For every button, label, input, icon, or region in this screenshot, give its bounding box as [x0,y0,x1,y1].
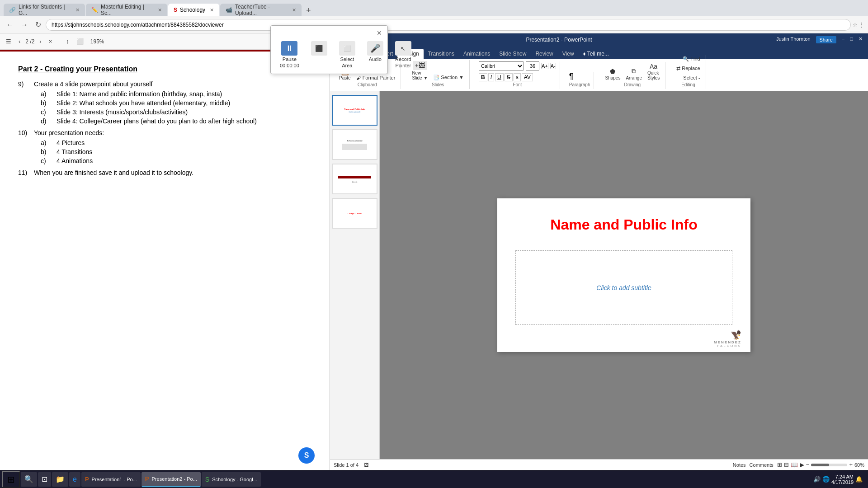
underline-button[interactable]: U [495,73,504,81]
view-normal-icon[interactable]: ⊞ [777,461,782,468]
section-icon: 📑 Section ▼ [433,75,464,80]
slide-area: 1 Name and Public Info Click to add subt… [330,91,868,459]
taskbar-task-view[interactable]: ⊡ [38,472,51,487]
zoom-in-button[interactable]: + [849,461,853,468]
new-slide-icon: +🖼 [413,61,427,70]
close-ppt-button[interactable]: ✕ [859,36,863,43]
taskbar-ppt2[interactable]: P Presentation2 - Po... [142,472,201,487]
font-family-select[interactable]: Calibri [479,61,524,70]
logo-subtitle: FALCONS [717,344,741,347]
forward-button[interactable]: → [18,20,31,30]
select-area-label2: Area [342,63,352,68]
slide-canvas[interactable]: Name and Public Info Click to add subtit… [497,198,750,352]
tab-slideshow[interactable]: Slide Show [495,49,531,59]
taskbar-ppt1[interactable]: P Presentation1 - Po... [81,472,141,487]
strikethrough-button[interactable]: S̶ [505,73,513,81]
tab-animations[interactable]: Animations [459,49,495,59]
shapes-button[interactable]: ⬟ Shapes [603,67,622,81]
tab-review[interactable]: Review [531,49,557,59]
maximize-button[interactable]: □ [850,36,853,43]
font-size-input[interactable] [526,61,539,70]
font-size-inc[interactable]: A+ [541,63,548,69]
record-time: 00:00:00 [280,63,299,68]
slide-thumb-1[interactable]: Name and Public Info Click to add subtit… [332,95,377,126]
italic-button[interactable]: I [488,73,494,81]
tab-teachertube[interactable]: 📹 TeacherTube - Upload... ✕ [220,4,302,16]
record-pointer-button[interactable]: ↖ Record Pointer [392,39,415,70]
tab-transitions[interactable]: Transitions [424,49,459,59]
new-tab-button[interactable]: + [302,5,315,16]
tab-schoology[interactable]: S Schoology ✕ [168,4,219,16]
recording-popup-close-button[interactable]: ✕ [377,33,382,37]
tab-tell-me[interactable]: ♦ Tell me... [579,49,613,59]
slide-subtitle-box[interactable]: Click to add subtitle [515,250,732,325]
zoom-slider[interactable] [811,464,847,466]
drawing-items: ⬟ Shapes ⧉ Arrange Aa QuickStyles [603,62,661,81]
user-avatar[interactable]: S [298,447,315,464]
slide-logo: 🦅 MENENDEZ FALCONS [714,329,741,347]
doc-menu-button[interactable]: ☰ [4,37,14,46]
refresh-button[interactable]: ↻ [33,19,44,30]
font-size-dec[interactable]: A- [550,63,556,69]
taskbar-search[interactable]: 🔍 [21,472,37,487]
list-item-9: 9) Create a 4 slide powerpoint about you… [18,80,311,88]
pause-icon: ⏸ [281,41,297,56]
taskbar-ie[interactable]: e [69,472,80,487]
tab-close-2[interactable]: ✕ [158,7,162,13]
select-area-label: Select [340,56,354,62]
find-button[interactable]: 🔍 Find [681,55,702,63]
doc-page-info: 2 /2 [25,38,34,45]
view-slideshow-icon[interactable]: ▶ [800,461,804,468]
tab-close-4[interactable]: ✕ [292,7,296,13]
bold-button[interactable]: B [479,73,487,81]
view-slide-sorter-icon[interactable]: ⊟ [784,461,789,468]
view-reading-icon[interactable]: 📖 [791,461,798,468]
arrange-button[interactable]: ⧉ Arrange [624,66,644,81]
clipboard-label: Clipboard [337,82,397,87]
doc-close-button[interactable]: × [47,37,55,46]
doc-prev-button[interactable]: ‹ [16,37,23,46]
ribbon-group-slides: +🖼 NewSlide ▼ 📑 Section ▼ Slides [406,60,470,89]
doc-next-button[interactable]: › [37,37,43,46]
slide-thumb-4[interactable]: College / Career [332,198,377,229]
doc-fit-button[interactable]: ↕ [64,37,71,46]
font-row2: B I U S̶ s AV [479,73,533,81]
tab-close-3[interactable]: ✕ [210,7,214,13]
tab-close-1[interactable]: ✕ [75,7,80,13]
comments-button[interactable]: Comments [750,462,774,468]
select-button[interactable]: Select - [681,74,702,81]
address-bar[interactable] [46,19,851,31]
ie-icon: e [73,475,77,483]
select-area-button[interactable]: ⬜ Select Area [335,39,359,70]
start-button[interactable]: ⊞ [2,471,20,488]
main-area: ☰ ‹ 2 /2 › × ↕ ⬜ 195% ✋ ab Part 2 - Crea… [0,33,868,470]
slide-thumb-3[interactable]: Interests [332,164,377,194]
tab-view[interactable]: View [558,49,579,59]
doc-viewer: ☰ ‹ 2 /2 › × ↕ ⬜ 195% ✋ ab Part 2 - Crea… [0,33,330,470]
tab-masterful-editing[interactable]: ✏️ Masterful Editing | Sc... ✕ [86,4,167,16]
audio-button[interactable]: 🎤 Audio [363,39,387,64]
stop-icon: ⬛ [311,41,327,56]
taskbar-file-explorer[interactable]: 📁 [52,472,68,487]
format-painter-button[interactable]: 🖌 Format Painter [354,74,397,81]
notifications-icon[interactable]: 🔔 [855,476,863,483]
audio-label: Audio [369,56,382,62]
audio-icon: 🎤 [367,41,383,56]
doc-fullscreen-button[interactable]: ⬜ [74,37,86,46]
shadow-button[interactable]: s [514,73,521,81]
replace-button[interactable]: ⇄ Replace [675,65,702,72]
quick-styles-button[interactable]: Aa QuickStyles [646,62,661,81]
minimize-button[interactable]: − [842,36,844,43]
chrome-icon: S [205,476,209,483]
tab-links-students[interactable]: 🔗 Links for Students | G... ✕ [4,4,85,16]
zoom-out-button[interactable]: − [806,461,810,468]
share-button[interactable]: Share [816,36,836,43]
stop-button[interactable]: ⬛ [307,39,331,58]
notes-button[interactable]: Notes [733,462,746,468]
back-button[interactable]: ← [4,20,16,30]
char-spacing-button[interactable]: AV [522,73,533,81]
pause-button[interactable]: ⏸ Pause 00:00:00 [276,39,303,70]
taskbar-chrome[interactable]: S Schoology - Googl... [202,472,261,487]
section-button[interactable]: 📑 Section ▼ [431,74,466,81]
slide-thumb-2[interactable]: Schools Attended [332,129,377,160]
